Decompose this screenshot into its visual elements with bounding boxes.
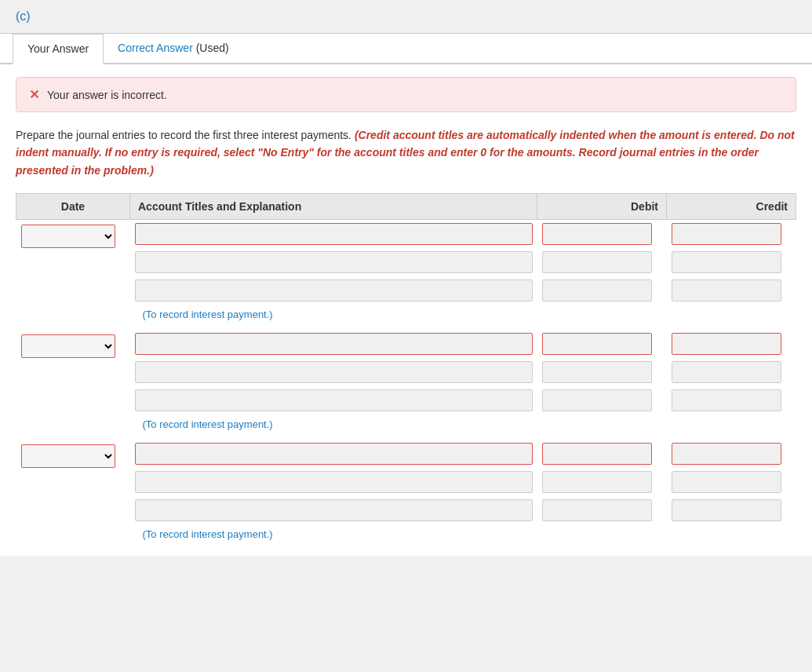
date-select-1[interactable] — [21, 225, 115, 248]
account-input-1-2[interactable] — [135, 251, 533, 273]
credit-input-2-3[interactable] — [672, 389, 781, 411]
credit-input-3-1[interactable] — [672, 443, 781, 465]
main-container: Your Answer Correct Answer (Used) ✕ Your… — [0, 34, 812, 556]
table-row — [16, 220, 796, 249]
header-date: Date — [16, 194, 130, 220]
account-input-2-3[interactable] — [135, 389, 533, 411]
table-row — [16, 276, 796, 305]
alert-text: Your answer is incorrect. — [47, 89, 167, 101]
account-input-3-2[interactable] — [135, 471, 533, 493]
table-row — [16, 386, 796, 415]
account-input-1-1[interactable] — [135, 223, 533, 245]
section-label: (c) — [16, 9, 31, 23]
spacer-row-2 — [16, 433, 796, 440]
alert-box: ✕ Your answer is incorrect. — [16, 77, 796, 112]
tab-your-answer[interactable]: Your Answer — [13, 34, 104, 64]
instructions-main: Prepare the journal entries to record th… — [16, 129, 351, 141]
debit-input-3-3[interactable] — [542, 499, 652, 521]
account-input-1-3[interactable] — [135, 279, 533, 301]
account-input-3-3[interactable] — [135, 499, 533, 521]
account-input-3-1[interactable] — [135, 443, 533, 465]
table-row — [16, 330, 796, 358]
credit-input-2-1[interactable] — [672, 333, 781, 355]
header-debit: Debit — [537, 194, 667, 220]
header-credit: Credit — [667, 194, 796, 220]
table-row — [16, 248, 796, 276]
date-select-2[interactable] — [21, 334, 115, 358]
tab-correct-answer[interactable]: Correct Answer (Used) — [104, 34, 243, 64]
note-row-1: (To record interest payment.) — [16, 305, 796, 323]
table-row — [16, 496, 796, 524]
table-row — [16, 358, 796, 386]
date-select-3[interactable] — [21, 444, 115, 468]
note-row-2: (To record interest payment.) — [16, 415, 796, 433]
tabs: Your Answer Correct Answer (Used) — [0, 34, 812, 64]
instructions: Prepare the journal entries to record th… — [16, 126, 796, 179]
note-text-3: (To record interest payment.) — [135, 525, 273, 543]
journal-table: Date Account Titles and Explanation Debi… — [16, 193, 796, 543]
credit-input-3-3[interactable] — [672, 499, 781, 521]
table-row — [16, 440, 796, 468]
account-input-2-2[interactable] — [135, 361, 533, 383]
spacer-row-1 — [16, 323, 796, 330]
table-row — [16, 468, 796, 496]
account-input-2-1[interactable] — [135, 333, 533, 355]
debit-input-3-2[interactable] — [542, 471, 652, 493]
header-account: Account Titles and Explanation — [130, 194, 537, 220]
note-text-1: (To record interest payment.) — [135, 305, 273, 323]
debit-input-1-3[interactable] — [542, 279, 652, 301]
debit-input-2-3[interactable] — [542, 389, 652, 411]
credit-input-1-1[interactable] — [672, 223, 781, 245]
note-text-2: (To record interest payment.) — [135, 415, 273, 433]
credit-input-2-2[interactable] — [672, 361, 781, 383]
debit-input-1-2[interactable] — [542, 251, 652, 273]
debit-input-1-1[interactable] — [542, 223, 652, 245]
credit-input-3-2[interactable] — [672, 471, 781, 493]
top-bar: (c) — [0, 0, 812, 34]
credit-input-1-2[interactable] — [672, 251, 781, 273]
alert-icon: ✕ — [29, 87, 39, 102]
credit-input-1-3[interactable] — [672, 279, 781, 301]
debit-input-2-1[interactable] — [542, 333, 652, 355]
debit-input-2-2[interactable] — [542, 361, 652, 383]
note-row-3: (To record interest payment.) — [16, 524, 796, 543]
content-area: ✕ Your answer is incorrect. Prepare the … — [0, 64, 812, 556]
debit-input-3-1[interactable] — [542, 443, 652, 465]
